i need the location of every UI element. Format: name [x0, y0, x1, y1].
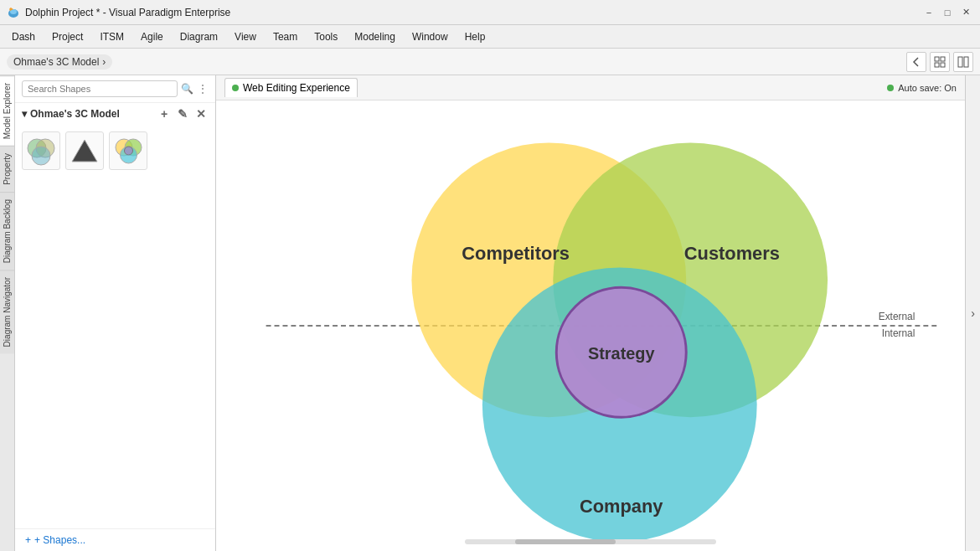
shape-thumbnails	[15, 125, 215, 177]
diagram-tab[interactable]: Web Editing Experience	[224, 78, 358, 97]
side-tab-model-explorer[interactable]: Model Explorer	[0, 75, 14, 146]
diagram-area: Web Editing Experience Auto save: On	[216, 75, 965, 551]
title-bar: Dolphin Project * - Visual Paradigm Ente…	[0, 0, 980, 25]
main-layout: Model Explorer Property Diagram Backlog …	[0, 75, 980, 551]
tree-close-btn[interactable]: ✕	[193, 106, 209, 121]
menu-modeling[interactable]: Modeling	[346, 28, 404, 46]
shape-thumb-2[interactable]	[65, 131, 104, 170]
menu-dash[interactable]: Dash	[3, 28, 44, 46]
add-shapes-icon: +	[25, 534, 31, 546]
maximize-button[interactable]: □	[940, 5, 955, 20]
tab-label: Web Editing Experience	[243, 82, 350, 94]
svg-point-10	[32, 147, 50, 165]
menu-bar: Dash Project ITSM Agile Diagram View Tea…	[0, 25, 980, 49]
svg-text:Internal: Internal	[882, 327, 916, 339]
panel-tree-header: ▾ Ohmae's 3C Model + ✎ ✕	[15, 103, 215, 125]
autosave-indicator: Auto save: On	[887, 83, 957, 93]
toolbar-icons	[906, 52, 973, 72]
menu-agile[interactable]: Agile	[132, 28, 172, 46]
collapse-icon: ›	[971, 306, 975, 320]
close-button[interactable]: ✕	[958, 5, 973, 20]
svg-marker-11	[72, 140, 97, 162]
search-icon: 🔍	[181, 83, 193, 95]
svg-rect-4	[935, 63, 939, 67]
svg-rect-3	[941, 57, 945, 61]
shape-thumb-1[interactable]	[22, 131, 60, 170]
svg-rect-6	[958, 57, 962, 67]
add-shapes-label: + Shapes...	[34, 534, 85, 546]
menu-diagram[interactable]: Diagram	[172, 28, 226, 46]
svg-rect-5	[941, 63, 945, 67]
menu-project[interactable]: Project	[44, 28, 91, 46]
shape-thumb-3[interactable]	[109, 131, 147, 170]
svg-text:External: External	[879, 311, 916, 322]
svg-text:Strategy: Strategy	[588, 344, 654, 363]
breadcrumb-label: Ohmae's 3C Model	[13, 56, 99, 68]
tree-edit-btn[interactable]: ✎	[175, 106, 190, 121]
svg-text:Company: Company	[580, 497, 663, 518]
toolbar-back-btn[interactable]	[906, 52, 926, 72]
svg-text:Customers: Customers	[684, 243, 780, 264]
side-tab-diagram-navigator[interactable]: Diagram Navigator	[0, 270, 14, 353]
menu-window[interactable]: Window	[404, 28, 456, 46]
search-bar: 🔍 ⋮	[15, 75, 215, 103]
minimize-button[interactable]: −	[921, 5, 936, 20]
add-shapes-button[interactable]: + + Shapes...	[15, 528, 215, 551]
right-collapse-btn[interactable]: ›	[965, 75, 980, 551]
svg-text:Competitors: Competitors	[462, 243, 570, 264]
svg-point-15	[125, 147, 133, 155]
menu-view[interactable]: View	[226, 28, 265, 46]
tree-expand-icon: ▾	[22, 108, 27, 120]
diagram-scrollbar[interactable]	[465, 539, 716, 544]
svg-rect-2	[935, 57, 939, 61]
window-title: Dolphin Project * - Visual Paradigm Ente…	[25, 7, 921, 18]
search-input[interactable]	[22, 80, 178, 97]
menu-itsm[interactable]: ITSM	[91, 28, 132, 46]
side-tabs: Model Explorer Property Diagram Backlog …	[0, 75, 15, 551]
menu-tools[interactable]: Tools	[306, 28, 346, 46]
venn-svg: Competitors Customers Company Strategy E…	[216, 100, 965, 551]
search-menu-btn[interactable]: ⋮	[197, 82, 209, 95]
autosave-label: Auto save: On	[898, 83, 957, 93]
tab-dot	[232, 85, 239, 91]
tree-label: Ohmae's 3C Model	[30, 108, 120, 120]
venn-canvas[interactable]: Competitors Customers Company Strategy E…	[216, 100, 965, 551]
svg-rect-7	[964, 57, 968, 67]
side-tab-diagram-backlog[interactable]: Diagram Backlog	[0, 192, 14, 270]
menu-help[interactable]: Help	[456, 28, 494, 46]
diagram-toolbar: Web Editing Experience Auto save: On	[216, 75, 965, 100]
left-panel: 🔍 ⋮ ▾ Ohmae's 3C Model + ✎ ✕	[15, 75, 216, 551]
breadcrumb[interactable]: Ohmae's 3C Model ›	[7, 54, 112, 70]
toolbar-panel-btn[interactable]	[953, 52, 973, 72]
toolbar-grid-btn[interactable]	[930, 52, 950, 72]
menu-team[interactable]: Team	[265, 28, 306, 46]
tree-actions: + ✎ ✕	[157, 106, 209, 121]
toolbar-row: Ohmae's 3C Model ›	[0, 49, 980, 75]
tree-add-btn[interactable]: +	[157, 106, 172, 121]
autosave-dot	[887, 85, 894, 91]
window-controls: − □ ✕	[921, 5, 973, 20]
side-tab-property[interactable]: Property	[0, 146, 14, 192]
app-logo	[7, 6, 20, 19]
scrollbar-thumb	[515, 539, 616, 544]
breadcrumb-arrow: ›	[102, 56, 106, 68]
